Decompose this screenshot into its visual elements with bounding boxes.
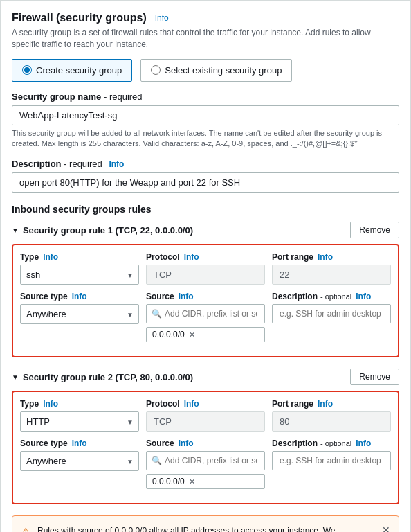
desc-label: Description - required Info [12,159,399,169]
radio-create[interactable]: Create security group [12,59,132,82]
source-type-col-2: Source type Info Anywhere Custom My IP ▼ [20,438,139,489]
rule-1-title: Security group rule 1 (TCP, 22, 0.0.0.0/… [23,225,193,236]
source-type-info-link-2[interactable]: Info [72,438,87,448]
type-info-link-1[interactable]: Info [43,252,58,262]
source-input-1[interactable] [146,304,265,323]
port-info-link-2[interactable]: Info [318,399,333,409]
cidr-remove-1[interactable]: ✕ [189,330,195,339]
desc-optional-input-2[interactable] [272,451,391,470]
rule-1-header: ▼ Security group rule 1 (TCP, 22, 0.0.0.… [12,222,399,238]
radio-create-input[interactable] [22,65,32,75]
desc-optional-col-1: Description - optional Info [272,292,391,342]
source-type-col-1: Source type Info Anywhere Custom My IP ▼ [20,292,139,342]
sg-name-hint: This security group will be added to all… [12,128,399,150]
rule-2-title: Security group rule 2 (TCP, 80, 0.0.0.0/… [23,372,193,382]
warning-box: ⚠ Rules with source of 0.0.0.0/0 allow a… [12,515,399,532]
source-col-2: Source Info 🔍 0.0.0.0/0 ✕ [146,438,265,489]
source-type-select-2[interactable]: Anywhere Custom My IP [20,451,139,471]
desc-optional-col-2: Description - optional Info [272,438,391,489]
desc-optional-input-1[interactable] [272,304,391,323]
type-col-2: Type Info HTTP ssh HTTPS Custom TCP ▼ [20,399,139,432]
section-info-link[interactable]: Info [155,13,169,23]
source-search-icon-2: 🔍 [152,456,162,466]
section-subtitle: A security group is a set of firewall ru… [12,27,399,51]
rule-2-row-2: Source type Info Anywhere Custom My IP ▼ [20,438,391,489]
type-select-wrapper-1: ssh HTTP HTTPS Custom TCP ▼ [20,265,139,285]
section-title: Firewall (security groups) [12,12,147,24]
collapse-icon-1[interactable]: ▼ [12,227,19,234]
desc-info-link[interactable]: Info [109,159,124,169]
rule-section-1: ▼ Security group rule 1 (TCP, 22, 0.0.0.… [12,222,399,357]
type-info-link-2[interactable]: Info [43,399,58,409]
rule-1-row-1: Type Info ssh HTTP HTTPS Custom TCP ▼ [20,252,391,285]
warning-close-button[interactable]: ✕ [382,524,390,532]
remove-rule-1-button[interactable]: Remove [350,222,399,238]
remove-rule-2-button[interactable]: Remove [350,369,399,385]
source-info-link-1[interactable]: Info [179,292,194,301]
inbound-title: Inbound security groups rules [12,204,399,215]
rule-2-header: ▼ Security group rule 2 (TCP, 80, 0.0.0.… [12,369,399,385]
source-search-icon-1: 🔍 [152,309,162,319]
desc-optional-info-link-2[interactable]: Info [356,438,371,448]
protocol-info-link-2[interactable]: Info [184,399,199,409]
port-info-link-1[interactable]: Info [318,252,333,262]
rule-2-box: Type Info HTTP ssh HTTPS Custom TCP ▼ [12,391,399,504]
port-col-2: Port range Info [272,399,391,432]
source-type-select-wrapper-1: Anywhere Custom My IP ▼ [20,304,139,324]
type-select-1[interactable]: ssh HTTP HTTPS Custom TCP [20,265,139,285]
source-input-wrapper-2: 🔍 [146,451,265,470]
protocol-info-link-1[interactable]: Info [184,252,199,262]
rule-1-row-2: Source type Info Anywhere Custom My IP ▼ [20,292,391,342]
cidr-tag-1: 0.0.0.0/0 ✕ [146,327,265,342]
sg-name-input[interactable] [12,105,399,125]
collapse-icon-2[interactable]: ▼ [12,373,19,381]
warning-text: Rules with source of 0.0.0.0/0 allow all… [37,524,375,532]
source-input-2[interactable] [146,451,265,470]
source-col-1: Source Info 🔍 0.0.0.0/0 ✕ [146,292,265,342]
radio-create-label: Create security group [36,65,122,76]
radio-select-input[interactable] [151,65,161,75]
type-select-wrapper-2: HTTP ssh HTTPS Custom TCP ▼ [20,411,139,432]
source-type-info-link-1[interactable]: Info [72,292,87,301]
port-col-1: Port range Info [272,252,391,285]
rule-section-2: ▼ Security group rule 2 (TCP, 80, 0.0.0.… [12,369,399,504]
rule-1-box: Type Info ssh HTTP HTTPS Custom TCP ▼ [12,244,399,357]
sg-name-label: Security group name - required [12,91,399,102]
rule-2-row-1: Type Info HTTP ssh HTTPS Custom TCP ▼ [20,399,391,432]
source-type-select-wrapper-2: Anywhere Custom My IP ▼ [20,451,139,471]
port-input-2 [272,411,391,432]
firewall-section: Firewall (security groups) Info A securi… [0,0,411,532]
type-select-2[interactable]: HTTP ssh HTTPS Custom TCP [20,411,139,432]
radio-group: Create security group Select existing se… [12,59,399,82]
desc-input[interactable] [12,172,399,193]
protocol-input-1 [146,265,265,285]
source-info-link-2[interactable]: Info [179,438,194,448]
protocol-input-2 [146,411,265,432]
cidr-remove-2[interactable]: ✕ [189,477,195,486]
radio-select[interactable]: Select existing security group [140,59,292,82]
desc-optional-info-link-1[interactable]: Info [356,292,371,301]
source-input-wrapper-1: 🔍 [146,304,265,323]
source-type-select-1[interactable]: Anywhere Custom My IP [20,304,139,324]
cidr-tag-2: 0.0.0.0/0 ✕ [146,474,265,489]
protocol-col-2: Protocol Info [146,399,265,432]
protocol-col-1: Protocol Info [146,252,265,285]
type-col-1: Type Info ssh HTTP HTTPS Custom TCP ▼ [20,252,139,285]
port-input-1 [272,265,391,285]
warning-icon: ⚠ [21,525,30,532]
radio-select-label: Select existing security group [165,65,282,76]
